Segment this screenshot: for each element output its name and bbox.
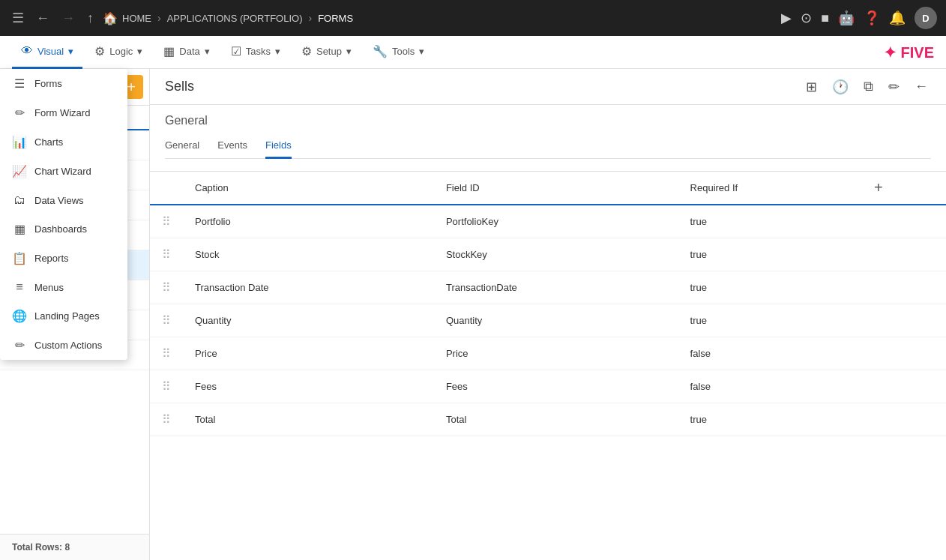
- tab-general[interactable]: General: [165, 133, 199, 159]
- edit-icon-button[interactable]: ✏: [885, 76, 903, 98]
- data-views-icon: 🗂: [12, 193, 27, 207]
- required-if-cell: true: [678, 271, 862, 304]
- preview-icon[interactable]: ⊙: [801, 10, 812, 26]
- help-icon[interactable]: ❓: [864, 10, 880, 26]
- dropdown-item-custom-actions[interactable]: ✏ Custom Actions: [0, 331, 127, 360]
- field-id-cell: TransactionDate: [434, 271, 678, 304]
- required-if-cell: true: [678, 238, 862, 271]
- table-row: ⠿ Transaction Date TransactionDate true: [150, 271, 946, 304]
- chart-wizard-icon: 📈: [12, 164, 27, 178]
- header-action-icons: ⊞ 🕐 ⧉ ✏ ←: [803, 76, 931, 98]
- dropdown-item-reports[interactable]: 📋 Reports: [0, 244, 127, 273]
- drag-handle-icon[interactable]: ⠿: [162, 413, 171, 426]
- tools-icon: 🔧: [373, 44, 388, 58]
- required-if-cell: false: [678, 370, 862, 403]
- drag-handle-icon[interactable]: ⠿: [162, 215, 171, 228]
- caption-cell: Total: [183, 403, 434, 436]
- nav-item-visual[interactable]: 👁 Visual ▾: [12, 36, 82, 69]
- field-id-cell: Total: [434, 403, 678, 436]
- nav-item-data[interactable]: ▦ Data ▾: [154, 36, 218, 69]
- dropdown-item-forms[interactable]: ☰ Forms: [0, 69, 127, 98]
- caption-cell: Portfolio: [183, 205, 434, 238]
- add-row-button[interactable]: +: [874, 179, 883, 196]
- drag-handle-icon[interactable]: ⠿: [162, 380, 171, 393]
- dropdown-item-chart-wizard[interactable]: 📈 Chart Wizard: [0, 157, 127, 186]
- data-dropdown-arrow: ▾: [205, 46, 210, 57]
- table-icon-button[interactable]: ⊞: [803, 76, 820, 98]
- dropdown-item-dashboards[interactable]: ▦ Dashboards: [0, 214, 127, 244]
- caption-cell: Transaction Date: [183, 271, 434, 304]
- caption-cell: Fees: [183, 370, 434, 403]
- stop-icon[interactable]: ■: [821, 10, 829, 26]
- caption-cell: Stock: [183, 238, 434, 271]
- add-row-header: +: [862, 172, 946, 205]
- menus-icon: ≡: [12, 280, 27, 294]
- robot-icon[interactable]: 🤖: [838, 10, 855, 26]
- setup-icon: ⚙: [301, 44, 312, 58]
- drag-column-header: [150, 172, 183, 205]
- user-avatar[interactable]: D: [915, 7, 937, 29]
- dropdown-item-charts[interactable]: 📊 Charts: [0, 127, 127, 157]
- field-id-column-header[interactable]: Field ID: [434, 172, 678, 205]
- required-if-cell: true: [678, 403, 862, 436]
- breadcrumb-arrow-1: ›: [157, 12, 161, 24]
- menu-icon[interactable]: ☰: [9, 7, 27, 29]
- drag-handle-icon[interactable]: ⠿: [162, 248, 171, 261]
- play-icon[interactable]: ▶: [781, 10, 792, 26]
- back-to-list-button[interactable]: ←: [912, 76, 931, 97]
- history-icon-button[interactable]: 🕐: [829, 76, 852, 98]
- dropdown-item-menus[interactable]: ≡ Menus: [0, 273, 127, 301]
- top-navigation-bar: ☰ ← → ↑ 🏠 HOME › APPLICATIONS (PORTFOLIO…: [0, 0, 946, 36]
- caption-column-header[interactable]: Caption: [183, 172, 434, 205]
- back-icon[interactable]: ←: [33, 7, 52, 29]
- nav-item-tasks[interactable]: ☑ Tasks ▾: [222, 36, 289, 69]
- setup-dropdown-arrow: ▾: [346, 46, 352, 57]
- drag-handle-icon[interactable]: ⠿: [162, 314, 171, 327]
- field-id-cell: PortfolioKey: [434, 205, 678, 238]
- tasks-dropdown-arrow: ▾: [275, 46, 280, 57]
- charts-icon: 📊: [12, 135, 27, 149]
- breadcrumb: 🏠 HOME › APPLICATIONS (PORTFOLIO) › FORM…: [103, 11, 353, 25]
- up-icon[interactable]: ↑: [84, 7, 97, 29]
- nav-item-setup[interactable]: ⚙ Setup ▾: [292, 36, 361, 69]
- dropdown-item-form-wizard[interactable]: ✏ Form Wizard: [0, 98, 127, 127]
- field-id-cell: Quantity: [434, 304, 678, 337]
- forward-icon[interactable]: →: [58, 7, 78, 29]
- visual-dropdown-arrow: ▾: [68, 46, 73, 57]
- notification-icon[interactable]: 🔔: [889, 10, 906, 26]
- drag-handle-icon[interactable]: ⠿: [162, 281, 171, 294]
- tab-events[interactable]: Events: [217, 133, 247, 159]
- table-row: ⠿ Fees Fees false: [150, 370, 946, 403]
- required-if-column-header[interactable]: Required If: [678, 172, 862, 205]
- visual-icon: 👁: [21, 44, 33, 58]
- required-if-cell: false: [678, 337, 862, 370]
- breadcrumb-applications[interactable]: APPLICATIONS (PORTFOLIO): [167, 13, 303, 24]
- logic-icon: ⚙: [94, 44, 105, 58]
- copy-icon-button[interactable]: ⧉: [861, 76, 876, 97]
- nav-item-tools[interactable]: 🔧 Tools ▾: [364, 36, 433, 69]
- top-bar-actions: ▶ ⊙ ■ 🤖 ❓ 🔔 D: [781, 7, 937, 29]
- field-id-cell: Fees: [434, 370, 678, 403]
- table-row: ⠿ Stock StockKey true: [150, 238, 946, 271]
- form-wizard-icon: ✏: [12, 106, 27, 120]
- required-if-cell: true: [678, 304, 862, 337]
- record-title: Sells: [165, 79, 194, 94]
- tab-fields[interactable]: Fields: [265, 133, 292, 159]
- dropdown-item-landing-pages[interactable]: 🌐 Landing Pages: [0, 301, 127, 331]
- breadcrumb-home[interactable]: 🏠 HOME: [103, 11, 151, 25]
- drag-handle-icon[interactable]: ⠿: [162, 347, 171, 360]
- breadcrumb-forms[interactable]: FORMS: [318, 13, 353, 24]
- nav-item-logic[interactable]: ⚙ Logic ▾: [85, 36, 151, 69]
- form-section: General General Events Fields: [150, 105, 946, 172]
- custom-actions-icon: ✏: [12, 338, 27, 352]
- table-row: ⠿ Total Total true: [150, 403, 946, 436]
- data-icon: ▦: [163, 44, 175, 58]
- tools-dropdown-arrow: ▾: [419, 46, 424, 57]
- field-id-cell: StockKey: [434, 238, 678, 271]
- caption-cell: Price: [183, 337, 434, 370]
- table-row: ⠿ Quantity Quantity true: [150, 304, 946, 337]
- field-id-cell: Price: [434, 337, 678, 370]
- breadcrumb-arrow-2: ›: [309, 12, 313, 24]
- dropdown-item-data-views[interactable]: 🗂 Data Views: [0, 186, 127, 214]
- right-panel: Sells ⊞ 🕐 ⧉ ✏ ← General General Events F…: [150, 69, 946, 560]
